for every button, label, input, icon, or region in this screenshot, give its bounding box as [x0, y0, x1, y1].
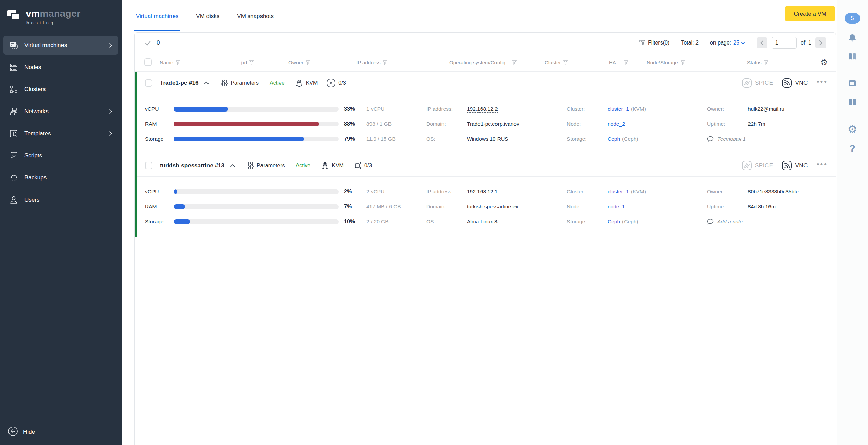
sidebar-item-users[interactable]: Users — [3, 190, 118, 209]
column-header-ha[interactable]: HA ... — [609, 59, 628, 65]
node-link[interactable]: node_1 — [608, 204, 625, 209]
page-number-input[interactable] — [772, 37, 797, 49]
column-header-id[interactable]: ↓id — [240, 59, 254, 65]
select-all-checkbox[interactable] — [144, 58, 152, 66]
ip-address-value[interactable]: 192.168.12.2 — [467, 106, 498, 113]
spice-icon — [742, 160, 752, 171]
filters-button[interactable]: Filters(0) — [638, 40, 669, 46]
clusters-icon — [8, 84, 19, 95]
help-question-icon[interactable]: ? — [846, 142, 858, 154]
vnc-console-button[interactable]: VNC — [782, 160, 808, 171]
vm-note[interactable]: Тестовая 1 — [707, 132, 836, 147]
sidebar-item-label: Networks — [24, 108, 108, 115]
snapshots-icon — [327, 79, 335, 87]
row-menu-button[interactable]: ••• — [817, 77, 828, 89]
sidebar-item-nodes[interactable]: Nodes — [3, 58, 118, 77]
column-header-ip-address[interactable]: IP address — [356, 59, 387, 65]
apps-grid-icon[interactable] — [846, 96, 858, 108]
backups-icon — [8, 172, 19, 183]
comment-bubble-icon — [707, 219, 714, 225]
spice-console-button[interactable]: SPICE — [742, 78, 773, 88]
cluster-link[interactable]: cluster_1 — [608, 106, 629, 112]
hide-sidebar-button[interactable]: Hide — [0, 419, 122, 445]
collapse-row-icon[interactable] — [230, 164, 235, 167]
page-size-dropdown[interactable]: 25 — [733, 40, 745, 46]
column-filter-icon[interactable] — [383, 60, 387, 65]
sidebar-item-backups[interactable]: Backups — [3, 168, 118, 187]
spice-console-button[interactable]: SPICE — [742, 160, 773, 171]
column-header-node-storage[interactable]: Node/Storage — [647, 59, 685, 65]
sidebar-item-label: Scripts — [24, 152, 113, 159]
vnc-console-button[interactable]: VNC — [782, 78, 808, 88]
notifications-count-badge[interactable]: 5 — [845, 13, 860, 24]
os-value: Alma Linux 8 — [467, 219, 498, 225]
sidebar-item-scripts[interactable]: Scripts — [3, 146, 118, 165]
documentation-book-icon[interactable] — [846, 51, 858, 63]
sidebar-item-templates[interactable]: Templates — [3, 124, 118, 143]
vnc-icon — [782, 78, 792, 88]
storage-link[interactable]: Ceph — [608, 136, 620, 142]
brand-logo: vmmanager hosting — [0, 0, 122, 25]
row-menu-button[interactable]: ••• — [817, 160, 828, 171]
create-vm-button[interactable]: Create a VM — [785, 6, 835, 21]
tab-virtual-machines[interactable]: Virtual machines — [136, 0, 178, 32]
column-filter-icon[interactable] — [624, 60, 628, 65]
vcpu-progress-bar — [174, 107, 339, 112]
hide-label: Hide — [23, 429, 35, 435]
snapshots-count: 0/3 — [353, 161, 372, 170]
column-header-cluster[interactable]: Cluster — [545, 59, 568, 65]
next-page-button[interactable] — [815, 37, 826, 48]
sidebar-item-networks[interactable]: Networks — [3, 102, 118, 121]
column-filter-icon[interactable] — [563, 60, 568, 65]
check-icon — [144, 39, 152, 47]
snapshots-icon — [353, 161, 361, 170]
scripts-icon — [8, 150, 19, 161]
ip-address-value[interactable]: 192.168.12.1 — [467, 189, 498, 195]
tab-vm-snapshots[interactable]: VM snapshots — [237, 0, 274, 32]
column-header-status[interactable]: Status — [747, 59, 768, 65]
storage-link[interactable]: Ceph — [608, 219, 620, 224]
prev-page-button[interactable] — [757, 37, 767, 48]
column-header-name[interactable]: Name — [160, 59, 180, 65]
users-icon — [8, 194, 19, 205]
pagination: of 1 — [757, 37, 826, 49]
column-filter-icon[interactable] — [512, 60, 517, 65]
os-value: Windows 10 RUS — [467, 136, 508, 142]
sidebar: vmmanager hosting Virtual machines Nodes… — [0, 0, 122, 445]
sidebar-item-clusters[interactable]: Clusters — [3, 80, 118, 99]
support-chat-icon[interactable] — [846, 78, 858, 90]
column-filter-icon[interactable] — [249, 60, 254, 65]
bell-icon[interactable] — [846, 32, 858, 44]
page-size-value: 25 — [733, 40, 739, 46]
settings-gear-icon[interactable]: ⚙ — [846, 123, 858, 135]
column-filter-icon[interactable] — [764, 60, 768, 65]
chevron-right-icon — [819, 40, 823, 46]
add-note-link[interactable]: Add a note — [707, 214, 836, 229]
table-settings-gear-icon[interactable]: ⚙ — [820, 58, 828, 66]
column-filter-icon[interactable] — [681, 60, 685, 65]
column-filter-icon[interactable] — [306, 60, 310, 65]
tab-vm-disks[interactable]: VM disks — [196, 0, 219, 32]
cluster-link[interactable]: cluster_1 — [608, 189, 629, 194]
parameters-button[interactable]: Parameters — [221, 80, 259, 86]
total-count: Total: 2 — [681, 40, 699, 46]
sidebar-item-virtual-machines[interactable]: Virtual machines — [3, 36, 118, 55]
column-header-owner[interactable]: Owner — [288, 59, 310, 65]
ram-progress-bar — [174, 122, 339, 126]
vcpu-progress-bar — [174, 189, 339, 194]
row-checkbox[interactable] — [145, 162, 152, 169]
vm-name: turkish-spessartine #13 — [160, 162, 224, 169]
on-page-label: on page: — [710, 40, 731, 46]
brand-name: vmmanager — [26, 9, 81, 18]
collapse-row-icon[interactable] — [204, 81, 209, 85]
row-checkbox[interactable] — [145, 79, 152, 87]
parameters-button[interactable]: Parameters — [248, 162, 285, 169]
sidebar-item-label: Templates — [24, 130, 108, 137]
column-header-os-config[interactable]: Operating system/Config... — [449, 59, 517, 65]
rail-divider — [843, 70, 862, 70]
node-link[interactable]: node_2 — [608, 121, 625, 127]
filter-funnel-icon — [638, 40, 645, 46]
status-badge: Active — [296, 162, 311, 169]
owner-value: hulk22@mail.ru — [748, 106, 784, 112]
column-filter-icon[interactable] — [176, 60, 180, 65]
